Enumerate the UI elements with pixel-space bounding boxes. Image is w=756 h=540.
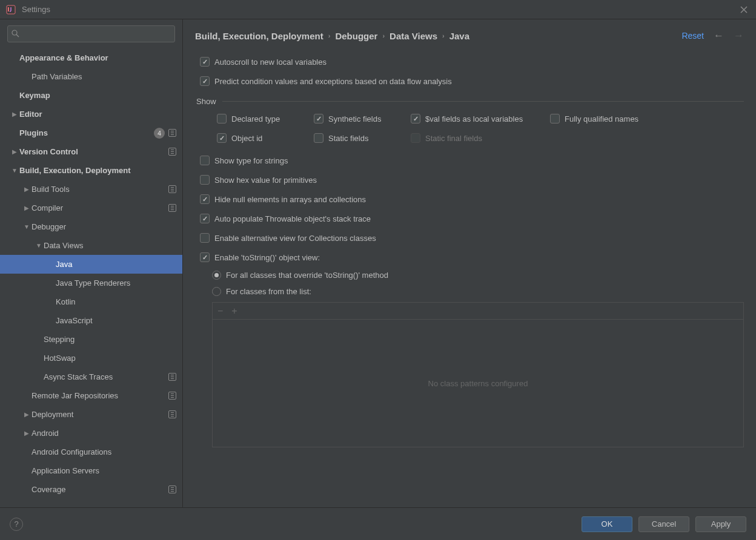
- static-fields-label: Static fields: [328, 134, 368, 143]
- object-id-checkbox[interactable]: [217, 133, 227, 143]
- radio-list-label: For classes from the list:: [226, 287, 311, 296]
- sidebar-item-label: Build Tools: [31, 185, 168, 194]
- list-toolbar: − +: [213, 303, 743, 320]
- object-id-label: Object id: [231, 134, 262, 143]
- empty-list-text: No class patterns configured: [428, 379, 528, 388]
- help-button[interactable]: ?: [10, 518, 23, 531]
- show-hex-label: Show hex value for primitives: [214, 176, 317, 185]
- sidebar-item[interactable]: JavaScript: [0, 311, 182, 330]
- enable-tostring-label: Enable 'toString()' object view:: [214, 253, 320, 262]
- sidebar-item-label: Coverage: [31, 485, 168, 494]
- synthetic-fields-checkbox[interactable]: [314, 114, 323, 123]
- sidebar-item[interactable]: ▶Android: [0, 424, 182, 443]
- sidebar-item[interactable]: ▶Build Tools: [0, 180, 182, 199]
- autoscroll-checkbox[interactable]: [200, 57, 210, 67]
- synthetic-fields-label: Synthetic fields: [328, 114, 381, 123]
- sidebar-item-label: Kotlin: [56, 297, 176, 306]
- sidebar-item[interactable]: Java: [0, 255, 182, 274]
- show-hex-checkbox[interactable]: [200, 175, 210, 185]
- hide-null-label: Hide null elements in arrays and collect…: [214, 195, 366, 204]
- sidebar-item[interactable]: ▼Build, Execution, Deployment: [0, 161, 182, 180]
- sidebar-item[interactable]: ▶Compiler: [0, 199, 182, 217]
- back-arrow-icon[interactable]: ←: [714, 30, 724, 42]
- chevron-right-icon: ›: [382, 32, 385, 39]
- breadcrumb: Build, Execution, Deployment›Debugger›Da…: [195, 31, 469, 41]
- static-final-checkbox: [411, 133, 420, 143]
- sidebar-item[interactable]: Remote Jar Repositories: [0, 386, 182, 405]
- fully-qualified-checkbox[interactable]: [550, 114, 560, 123]
- project-scope-icon: [168, 392, 176, 400]
- val-fields-checkbox[interactable]: [411, 114, 420, 123]
- cancel-button[interactable]: Cancel: [638, 516, 689, 532]
- close-icon[interactable]: [738, 4, 750, 16]
- sidebar-item-label: Deployment: [31, 410, 168, 419]
- chevron-icon: ▶: [10, 111, 19, 117]
- ok-button[interactable]: OK: [582, 516, 632, 532]
- breadcrumb-segment[interactable]: Debugger: [335, 31, 377, 41]
- auto-populate-checkbox[interactable]: [200, 214, 210, 223]
- window-title: Settings: [22, 5, 50, 14]
- show-section-label: Show: [196, 97, 216, 106]
- search-input[interactable]: [22, 30, 171, 39]
- chevron-right-icon: ›: [442, 32, 445, 39]
- sidebar-item[interactable]: Appearance & Behavior: [0, 48, 182, 67]
- sidebar-item-label: Version Control: [19, 147, 168, 156]
- add-icon[interactable]: +: [231, 306, 237, 317]
- hide-null-checkbox[interactable]: [200, 194, 210, 204]
- sidebar-item[interactable]: Async Stack Traces: [0, 367, 182, 386]
- sidebar-item[interactable]: ▶Editor: [0, 105, 182, 123]
- sidebar-item-label: Path Variables: [31, 72, 176, 81]
- remove-icon[interactable]: −: [217, 306, 223, 317]
- sidebar-item-label: Android Configurations: [31, 447, 176, 456]
- sidebar-item[interactable]: Stepping: [0, 330, 182, 349]
- apply-button[interactable]: Apply: [695, 516, 746, 532]
- sidebar-item-label: Keymap: [19, 91, 176, 100]
- enable-alt-view-checkbox[interactable]: [200, 233, 210, 243]
- footer: ? OK Cancel Apply: [0, 507, 756, 540]
- sidebar-item[interactable]: HotSwap: [0, 349, 182, 367]
- sidebar-item-label: Stepping: [44, 335, 176, 344]
- enable-tostring-checkbox[interactable]: [200, 252, 210, 262]
- sidebar-item[interactable]: ▶Version Control: [0, 142, 182, 161]
- static-fields-checkbox[interactable]: [314, 133, 323, 143]
- sidebar-item-label: Java Type Renderers: [56, 278, 176, 288]
- radio-all-classes[interactable]: [212, 271, 221, 280]
- sidebar-item[interactable]: Java Type Renderers: [0, 274, 182, 292]
- search-box[interactable]: [7, 25, 175, 42]
- fully-qualified-label: Fully qualified names: [565, 114, 638, 123]
- sidebar-item[interactable]: Application Servers: [0, 461, 182, 480]
- svg-rect-1: [8, 7, 9, 12]
- breadcrumb-segment[interactable]: Java: [449, 31, 469, 41]
- sidebar-item[interactable]: Kotlin: [0, 292, 182, 311]
- sidebar-item[interactable]: Android Configurations: [0, 443, 182, 461]
- sidebar-item-label: Remote Jar Repositories: [31, 391, 168, 400]
- sidebar-item-label: Editor: [19, 110, 176, 119]
- project-scope-icon: [168, 204, 176, 212]
- sidebar-item-label: Appearance & Behavior: [19, 53, 176, 62]
- sidebar-item[interactable]: ▼Data Views: [0, 236, 182, 255]
- settings-tree[interactable]: Appearance & BehaviorPath VariablesKeyma…: [0, 48, 182, 507]
- sidebar-item[interactable]: Keymap: [0, 86, 182, 105]
- breadcrumb-segment[interactable]: Build, Execution, Deployment: [195, 31, 323, 41]
- chevron-icon: ▼: [10, 167, 19, 174]
- sidebar-item[interactable]: ▶Deployment: [0, 405, 182, 424]
- chevron-icon: ▼: [22, 223, 31, 230]
- project-scope-icon: [168, 148, 176, 156]
- val-fields-label: $val fields as local variables: [425, 114, 523, 123]
- section-divider: [222, 101, 744, 102]
- sidebar-item[interactable]: ▼Debugger: [0, 217, 182, 236]
- predict-checkbox[interactable]: [200, 76, 210, 86]
- sidebar-item-label: JavaScript: [56, 316, 176, 325]
- search-icon: [12, 30, 20, 38]
- chevron-icon: ▶: [22, 205, 31, 211]
- declared-type-checkbox[interactable]: [217, 114, 227, 123]
- declared-type-label: Declared type: [231, 114, 280, 123]
- reset-link[interactable]: Reset: [681, 31, 704, 41]
- sidebar-item[interactable]: Coverage: [0, 480, 182, 499]
- show-type-strings-checkbox[interactable]: [200, 156, 210, 165]
- radio-list-classes[interactable]: [212, 287, 221, 296]
- sidebar-item[interactable]: Plugins4: [0, 123, 182, 142]
- sidebar-item[interactable]: Path Variables: [0, 67, 182, 86]
- forward-arrow-icon[interactable]: →: [734, 30, 744, 42]
- breadcrumb-segment[interactable]: Data Views: [390, 31, 437, 41]
